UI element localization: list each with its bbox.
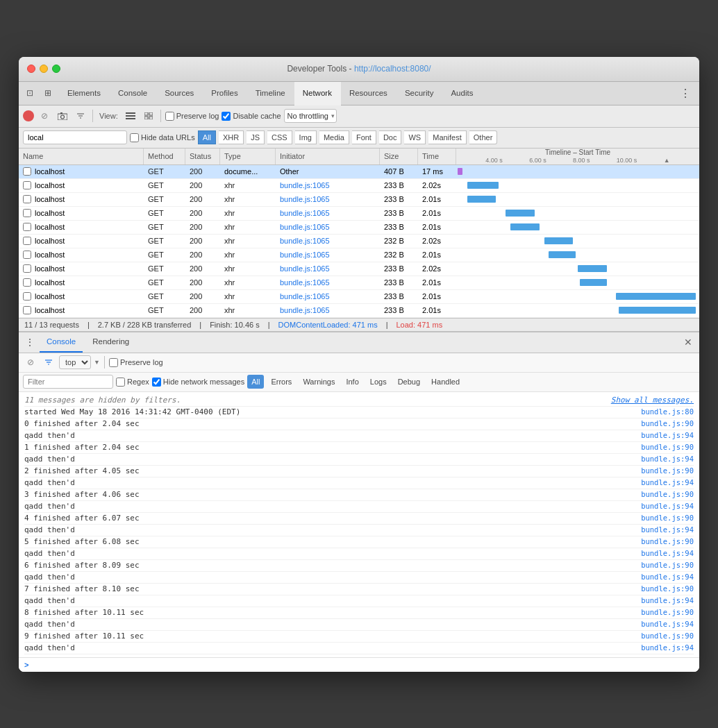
col-time[interactable]: Time (418, 149, 456, 164)
level-handled-btn[interactable]: Handled (427, 375, 464, 389)
tab-console[interactable]: Console (110, 82, 156, 105)
table-row[interactable]: localhost GET 200 xhr bundle.js:1065 233… (19, 179, 699, 193)
panel-tab-rendering[interactable]: Rendering (85, 332, 136, 353)
initiator-link[interactable]: bundle.js:1065 (280, 181, 330, 189)
console-source-link[interactable]: bundle.js:94 (641, 573, 694, 581)
console-source-link[interactable]: bundle.js:80 (641, 407, 694, 416)
initiator-link[interactable]: bundle.js:1065 (280, 209, 330, 217)
console-source-link[interactable]: bundle.js:94 (641, 525, 694, 534)
hide-data-urls-label[interactable]: Hide data URLs (130, 133, 195, 142)
row-checkbox[interactable] (23, 195, 31, 203)
row-checkbox[interactable] (23, 181, 31, 189)
console-source-link[interactable]: bundle.js:90 (641, 419, 694, 428)
filter-manifest-btn[interactable]: Manifest (428, 130, 467, 144)
filter-img-btn[interactable]: Img (295, 130, 317, 144)
close-panel-icon[interactable]: ✕ (681, 337, 695, 348)
col-method[interactable]: Method (144, 149, 185, 164)
hide-data-urls-checkbox[interactable] (130, 133, 139, 142)
more-options-icon[interactable]: ⋮ (677, 87, 694, 100)
filter-other-btn[interactable]: Other (469, 130, 498, 144)
tab-resources[interactable]: Resources (341, 82, 396, 105)
console-source-link[interactable]: bundle.js:94 (641, 431, 694, 439)
console-source-link[interactable]: bundle.js:90 (641, 490, 694, 498)
row-checkbox[interactable] (23, 278, 31, 287)
initiator-link[interactable]: bundle.js:1065 (280, 195, 330, 203)
table-row[interactable]: localhost GET 200 xhr bundle.js:1065 232… (19, 248, 699, 262)
console-source-link[interactable]: bundle.js:94 (641, 596, 694, 604)
camera-button[interactable] (55, 108, 70, 124)
level-warnings-btn[interactable]: Warnings (299, 375, 339, 389)
filter-doc-btn[interactable]: Doc (379, 130, 402, 144)
row-checkbox[interactable] (23, 223, 31, 231)
console-source-link[interactable]: bundle.js:90 (641, 561, 694, 569)
row-checkbox[interactable] (23, 264, 31, 273)
console-source-link[interactable]: bundle.js:94 (641, 478, 694, 486)
filter-xhr-btn[interactable]: XHR (219, 130, 244, 144)
initiator-link[interactable]: bundle.js:1065 (280, 264, 330, 273)
console-source-link[interactable]: bundle.js:90 (641, 514, 694, 522)
inspect-icon[interactable]: ⊡ (22, 85, 38, 101)
initiator-link[interactable]: bundle.js:1065 (280, 251, 330, 259)
disable-cache-checkbox[interactable] (222, 112, 231, 121)
initiator-link[interactable]: bundle.js:1065 (280, 278, 330, 287)
initiator-link[interactable]: bundle.js:1065 (280, 306, 330, 314)
level-logs-btn[interactable]: Logs (366, 375, 391, 389)
preserve-log-label[interactable]: Preserve log (165, 112, 219, 121)
filter-js-btn[interactable]: JS (247, 130, 265, 144)
initiator-link[interactable]: bundle.js:1065 (280, 223, 330, 231)
table-row[interactable]: localhost GET 200 xhr bundle.js:1065 233… (19, 207, 699, 221)
close-button[interactable] (27, 65, 35, 73)
preserve-log-console-label[interactable]: Preserve log (109, 358, 163, 367)
initiator-link[interactable]: bundle.js:1065 (280, 237, 330, 245)
table-row[interactable]: localhost GET 200 xhr bundle.js:1065 233… (19, 262, 699, 276)
console-source-link[interactable]: bundle.js:90 (641, 632, 694, 640)
regex-checkbox[interactable] (116, 378, 125, 387)
filter-all-btn[interactable]: All (198, 130, 216, 144)
minimize-button[interactable] (40, 65, 48, 73)
table-row[interactable]: localhost GET 200 xhr bundle.js:1065 233… (19, 193, 699, 207)
grid-view-button[interactable] (141, 108, 156, 124)
device-icon[interactable]: ⊞ (40, 85, 56, 101)
col-timeline[interactable]: Timeline – Start Time 4.00 s 6.00 s 8.00… (456, 149, 699, 164)
filter-button[interactable] (73, 108, 88, 124)
console-source-link[interactable]: bundle.js:94 (641, 620, 694, 628)
level-debug-btn[interactable]: Debug (394, 375, 424, 389)
row-checkbox[interactable] (23, 237, 31, 245)
console-filter-input[interactable] (23, 375, 113, 389)
filter-css-btn[interactable]: CSS (267, 130, 292, 144)
row-checkbox[interactable] (23, 209, 31, 217)
hide-network-label[interactable]: Hide network messages (152, 378, 244, 387)
panel-tab-console[interactable]: Console (40, 332, 83, 353)
console-source-link[interactable]: bundle.js:90 (641, 443, 694, 451)
level-all-btn[interactable]: All (247, 375, 264, 389)
col-type[interactable]: Type (220, 149, 276, 164)
col-initiator[interactable]: Initiator (276, 149, 380, 164)
tab-elements[interactable]: Elements (59, 82, 110, 105)
console-clear-button[interactable]: ⊘ (23, 355, 38, 370)
table-row[interactable]: localhost GET 200 xhr bundle.js:1065 233… (19, 290, 699, 304)
tab-sources[interactable]: Sources (156, 82, 203, 105)
throttle-select[interactable]: No throttling ▾ (284, 109, 337, 123)
col-status[interactable]: Status (185, 149, 220, 164)
title-url[interactable]: http://localhost:8080/ (354, 64, 431, 74)
console-source-link[interactable]: bundle.js:94 (641, 455, 694, 463)
row-checkbox[interactable] (23, 292, 31, 300)
row-checkbox[interactable] (23, 167, 31, 176)
show-all-messages-link[interactable]: Show all messages. (611, 396, 694, 405)
search-input[interactable] (23, 130, 127, 144)
tab-audits[interactable]: Audits (442, 82, 482, 105)
preserve-log-console-checkbox[interactable] (109, 358, 118, 367)
col-size[interactable]: Size (380, 149, 418, 164)
console-source-link[interactable]: bundle.js:90 (641, 466, 694, 475)
console-source-link[interactable]: bundle.js:94 (641, 643, 694, 652)
hide-network-checkbox[interactable] (152, 378, 161, 387)
regex-label[interactable]: Regex (116, 378, 149, 387)
table-row[interactable]: localhost GET 200 xhr bundle.js:1065 233… (19, 304, 699, 318)
console-source-link[interactable]: bundle.js:90 (641, 608, 694, 616)
record-button[interactable] (23, 110, 34, 121)
preserve-log-checkbox[interactable] (165, 112, 174, 121)
list-view-button[interactable] (123, 108, 138, 124)
row-checkbox[interactable] (23, 306, 31, 314)
console-source-link[interactable]: bundle.js:94 (641, 549, 694, 557)
panel-menu-icon[interactable]: ⋮ (23, 337, 37, 348)
